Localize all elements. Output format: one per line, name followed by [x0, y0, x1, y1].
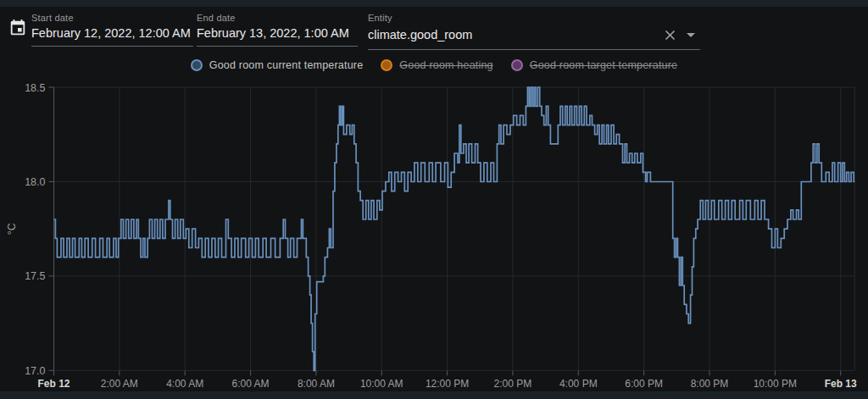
entity-field: Entity climate.good_room	[368, 7, 700, 50]
entity-dropdown-button[interactable]	[680, 26, 700, 43]
y-axis-title: °C	[6, 223, 18, 235]
chart-svg[interactable]: 18.518.017.517.0Feb 122:00 AM4:00 AM6:00…	[0, 80, 868, 392]
clear-entity-button[interactable]	[659, 26, 680, 43]
calendar-icon	[8, 19, 27, 37]
x-tick-label: 4:00 AM	[166, 378, 203, 390]
y-tick-label: 18.0	[25, 176, 45, 188]
y-tick-label: 17.0	[25, 365, 45, 377]
legend-marker-orange	[381, 59, 392, 71]
calendar-button[interactable]	[8, 18, 28, 38]
header-toolbar: Start date February 12, 2022, 12:00 AM E…	[0, 7, 700, 50]
x-tick-label: 8:00 PM	[691, 378, 729, 390]
legend-label: Good room current temperature	[209, 59, 364, 71]
y-tick-label: 17.5	[25, 270, 45, 282]
end-date-input[interactable]: February 13, 2022, 1:00 AM	[197, 26, 358, 47]
temperature-series-line	[54, 87, 855, 370]
x-tick-label: Feb 12	[37, 378, 70, 390]
x-tick-label: 8:00 AM	[298, 378, 335, 390]
legend-item-heating[interactable]: Good room heating	[381, 59, 492, 71]
x-tick-label: 10:00 PM	[754, 378, 797, 390]
legend-label: Good room target temperature	[530, 59, 677, 71]
bottom-edge-strip	[0, 391, 868, 399]
end-date-label: End date	[197, 7, 358, 24]
close-icon	[662, 27, 678, 43]
start-date-label: Start date	[31, 7, 193, 24]
chart-legend: Good room current temperature Good room …	[0, 59, 868, 71]
legend-label: Good room heating	[399, 59, 492, 71]
chevron-down-icon	[687, 33, 695, 37]
legend-item-current-temperature[interactable]: Good room current temperature	[191, 59, 364, 71]
end-date-field: End date February 13, 2022, 1:00 AM	[197, 7, 358, 47]
x-tick-label: 10:00 AM	[360, 378, 403, 390]
temperature-chart[interactable]: 18.518.017.517.0Feb 122:00 AM4:00 AM6:00…	[0, 80, 868, 392]
x-tick-label: 12:00 PM	[426, 378, 469, 390]
x-tick-label: Feb 13	[825, 378, 857, 390]
entity-label: Entity	[368, 7, 700, 24]
y-tick-label: 18.5	[25, 82, 45, 94]
start-date-field: Start date February 12, 2022, 12:00 AM	[31, 7, 193, 47]
legend-marker-blue	[191, 59, 203, 71]
legend-item-target-temperature[interactable]: Good room target temperature	[511, 59, 677, 71]
x-tick-label: 2:00 PM	[494, 378, 532, 390]
entity-input[interactable]: climate.good_room	[368, 26, 700, 50]
legend-marker-purple	[511, 59, 523, 71]
history-panel: Start date February 12, 2022, 12:00 AM E…	[0, 0, 868, 399]
x-tick-label: 6:00 AM	[232, 378, 270, 390]
top-edge-strip	[0, 0, 868, 7]
x-tick-label: 4:00 PM	[559, 378, 598, 390]
x-tick-label: 2:00 AM	[101, 378, 138, 390]
x-tick-label: 6:00 PM	[625, 378, 663, 390]
start-date-input[interactable]: February 12, 2022, 12:00 AM	[31, 26, 193, 47]
